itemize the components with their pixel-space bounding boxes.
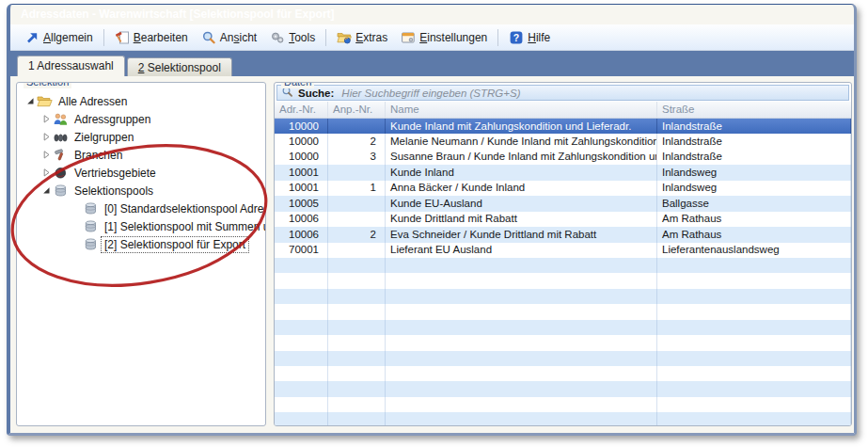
table-empty-row[interactable] <box>275 351 851 366</box>
tree-item-label: [1] Selektionspool mit Summen und Grupp <box>101 218 266 235</box>
tree-item[interactable]: [0] Standardselektionspool Adressen <box>17 200 265 217</box>
column-header-adrnr[interactable]: Adr.-Nr. <box>275 102 328 118</box>
search-label: Suche: <box>298 88 334 99</box>
cell-strasse <box>657 351 851 366</box>
tree-collapsed-icon[interactable] <box>40 149 53 161</box>
menu-item-label: Bearbeiten <box>134 31 188 44</box>
menu-item-ansicht[interactable]: Ansicht <box>195 28 263 47</box>
cell-strasse: Am Rathaus <box>657 227 851 242</box>
table-empty-row[interactable] <box>275 381 851 396</box>
cell-adr-nr: 70001 <box>275 243 328 258</box>
menu-item-bearbeiten[interactable]: Bearbeiten <box>108 28 195 47</box>
table-row[interactable]: 10000Kunde Inland mit Zahlungskondition … <box>275 119 851 134</box>
column-header-strae[interactable]: Straße <box>657 102 851 118</box>
cell-anp-nr <box>328 397 386 412</box>
menu-item-tools[interactable]: Tools <box>263 28 322 47</box>
table-row[interactable]: 100003Susanne Braun / Kunde Inland mit Z… <box>275 150 851 165</box>
tree-item-label: Adressgruppen <box>71 111 154 128</box>
menu-item-hilfe[interactable]: ?Hilfe <box>502 28 557 47</box>
menu-item-label: Ansicht <box>220 31 257 44</box>
cell-adr-nr: 10006 <box>275 227 328 242</box>
cell-anp-nr <box>328 243 386 258</box>
cell-strasse <box>657 335 851 350</box>
cell-anp-nr <box>328 412 386 425</box>
menu-separator <box>103 29 104 46</box>
table-row[interactable]: 100062Eva Schneider / Kunde Drittland mi… <box>275 227 851 242</box>
tree-item[interactable]: Adressgruppen <box>17 110 265 128</box>
table-body: 10000Kunde Inland mit Zahlungskondition … <box>275 119 851 425</box>
tree-item[interactable]: Vertriebsgebiete <box>17 164 265 182</box>
cell-anp-nr: 1 <box>328 181 386 196</box>
expander-spacer <box>71 238 83 250</box>
tree-item[interactable]: Branchen <box>17 146 265 164</box>
cell-strasse <box>657 381 851 396</box>
folder-extras-icon <box>337 30 352 45</box>
people-three-icon <box>53 130 69 144</box>
cell-anp-nr <box>328 196 386 211</box>
menu-separator <box>497 29 498 46</box>
table-empty-row[interactable] <box>275 304 851 319</box>
table-empty-row[interactable] <box>275 289 851 304</box>
column-header-anpnr[interactable]: Anp.-Nr. <box>328 102 386 118</box>
table-row[interactable]: 10005Kunde EU-AuslandBallgasse <box>275 196 851 211</box>
cell-anp-nr <box>328 366 386 381</box>
selection-tree: Alle AdressenAdressgruppenZielgruppenBra… <box>17 83 265 253</box>
tree-item[interactable]: [1] Selektionspool mit Summen und Grupp <box>17 217 265 235</box>
menu-item-label: Tools <box>289 31 315 44</box>
table-header: Adr.-Nr.Anp.-Nr.NameStraße <box>275 102 851 119</box>
table-empty-row[interactable] <box>275 412 851 425</box>
tree-item[interactable]: Selektionspools <box>17 182 265 200</box>
table-empty-row[interactable] <box>275 366 851 381</box>
tab-strip: 1 Adressauswahl2 Selektionspool <box>10 51 854 76</box>
tree-item[interactable]: [2] Selektionspool für Export <box>17 235 265 253</box>
tree-expanded-icon[interactable] <box>40 184 53 197</box>
tree-item[interactable]: Alle Adressen <box>17 92 265 110</box>
tree-item-label: Vertriebsgebiete <box>71 165 160 182</box>
cell-anp-nr: 2 <box>328 134 386 149</box>
table-empty-row[interactable] <box>275 273 851 288</box>
globe-icon <box>53 166 69 180</box>
tree-collapsed-icon[interactable] <box>40 113 53 125</box>
table-empty-row[interactable] <box>275 258 851 273</box>
database-icon <box>83 237 99 251</box>
people-two-icon <box>53 112 69 126</box>
menu-item-label: Extras <box>355 31 387 44</box>
table-row[interactable]: 10001Kunde InlandInlandsweg <box>275 165 851 180</box>
table-row[interactable]: 100002Melanie Neumann / Kunde Inland mit… <box>275 134 851 149</box>
cell-name: Lieferant EU Ausland <box>386 243 657 258</box>
cell-strasse <box>657 397 851 412</box>
tree-item[interactable]: Zielgruppen <box>17 128 265 146</box>
table-empty-row[interactable] <box>275 320 851 335</box>
tree-collapsed-icon[interactable] <box>40 131 53 143</box>
cell-strasse <box>657 366 851 381</box>
cell-anp-nr <box>328 320 386 335</box>
cell-adr-nr: 10001 <box>275 181 328 196</box>
cell-adr-nr <box>275 381 328 396</box>
menu-item-allgemein[interactable]: Allgemein <box>18 28 100 47</box>
cell-name <box>386 335 657 350</box>
cell-adr-nr: 10000 <box>275 119 328 134</box>
table-row[interactable]: 10006Kunde Drittland mit RabattAm Rathau… <box>275 212 851 227</box>
cell-adr-nr: 10006 <box>275 212 328 227</box>
daten-groupbox-label: Daten <box>281 82 314 88</box>
tab-1[interactable]: 1 Adressauswahl <box>17 56 125 76</box>
table-empty-row[interactable] <box>275 335 851 350</box>
cell-anp-nr: 2 <box>328 227 386 242</box>
search-input[interactable]: Suche: Hier Suchbegriff eingeben (STRG+S… <box>276 85 849 101</box>
title-bar[interactable]: Adressdaten - Warenwirtschaft [Selektion… <box>10 5 854 24</box>
cell-name <box>386 258 657 273</box>
table-row[interactable]: 100011Anna Bäcker / Kunde InlandInlandsw… <box>275 181 851 196</box>
menu-item-extras[interactable]: Extras <box>330 28 394 47</box>
cell-anp-nr <box>328 351 386 366</box>
column-header-name[interactable]: Name <box>386 102 657 118</box>
cell-name <box>386 381 657 396</box>
menu-item-einstellungen[interactable]: Einstellungen <box>394 28 494 47</box>
cell-adr-nr <box>275 289 328 304</box>
table-row[interactable]: 70001Lieferant EU AuslandLieferantenausl… <box>275 243 851 258</box>
tree-collapsed-icon[interactable] <box>40 167 53 179</box>
hammer-icon <box>53 148 69 162</box>
cell-name <box>386 366 657 381</box>
tab-2[interactable]: 2 Selektionspool <box>127 57 232 76</box>
table-empty-row[interactable] <box>275 397 851 412</box>
tree-expanded-icon[interactable] <box>24 95 37 107</box>
